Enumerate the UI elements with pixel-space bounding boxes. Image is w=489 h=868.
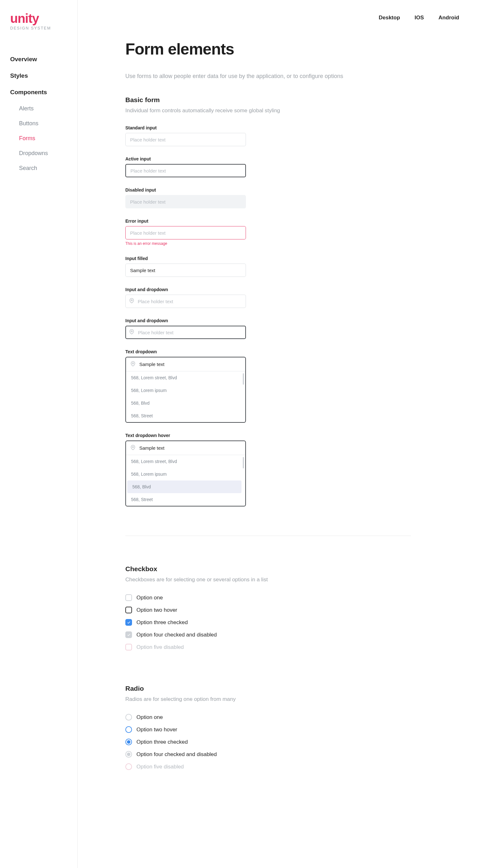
nav-styles[interactable]: Styles bbox=[10, 72, 67, 79]
svg-point-2 bbox=[132, 363, 134, 364]
svg-point-0 bbox=[131, 300, 132, 301]
radio-disabled bbox=[125, 763, 132, 770]
tab-desktop[interactable]: Desktop bbox=[379, 14, 400, 21]
dropdown-item[interactable]: 568, Street bbox=[126, 409, 243, 422]
checkbox-desc: Checkboxes are for selecting one or seve… bbox=[125, 577, 367, 583]
checkbox-checked[interactable] bbox=[125, 619, 132, 626]
radio-desc: Radios are for selecting one option from… bbox=[125, 696, 367, 703]
nav-components[interactable]: Components bbox=[10, 89, 67, 96]
checkbox-label: Option one bbox=[137, 595, 163, 601]
basic-form-desc: Individual form controls automatically r… bbox=[125, 107, 367, 114]
text-dropdown-hover-value: Sample text bbox=[139, 445, 164, 451]
checkbox-label: Option three checked bbox=[137, 619, 188, 626]
section-divider bbox=[125, 536, 411, 536]
logo: unity DESIGN SYSTEM bbox=[10, 12, 67, 30]
input-dropdown-1[interactable] bbox=[125, 294, 246, 308]
error-input[interactable] bbox=[125, 226, 246, 240]
radio-label: Option five disabled bbox=[137, 764, 184, 770]
location-pin-icon bbox=[129, 329, 134, 336]
dropdown-item[interactable]: 568, Lorem street, Blvd bbox=[126, 455, 243, 468]
checkbox-label: Option two hover bbox=[137, 607, 177, 613]
tab-android[interactable]: Android bbox=[438, 14, 459, 21]
disabled-input bbox=[125, 195, 246, 208]
scrollbar-thumb[interactable] bbox=[243, 457, 244, 468]
disabled-input-label: Disabled input bbox=[125, 187, 246, 192]
dropdown-item[interactable]: 568, Blvd bbox=[126, 397, 243, 409]
filled-input[interactable] bbox=[125, 264, 246, 277]
tab-ios[interactable]: IOS bbox=[415, 14, 424, 21]
location-pin-icon bbox=[131, 445, 136, 451]
radio-unchecked[interactable] bbox=[125, 714, 132, 720]
radio-label: Option two hover bbox=[137, 726, 177, 733]
radio-label: Option one bbox=[137, 714, 163, 720]
subnav-alerts[interactable]: Alerts bbox=[19, 105, 67, 112]
text-dropdown-value: Sample text bbox=[139, 362, 164, 367]
location-pin-icon bbox=[129, 298, 134, 305]
main: Desktop IOS Android Form elements Use fo… bbox=[78, 0, 489, 868]
scrollbar-thumb[interactable] bbox=[243, 373, 244, 385]
sidebar: unity DESIGN SYSTEM Overview Styles Comp… bbox=[0, 0, 78, 868]
subnav-dropdowns[interactable]: Dropdowns bbox=[19, 150, 67, 157]
dropdown-item[interactable]: 568, Street bbox=[126, 493, 243, 506]
checkbox-label: Option five disabled bbox=[137, 644, 184, 650]
text-dropdown[interactable]: Sample text 568, Lorem street, Blvd 568,… bbox=[125, 357, 246, 423]
text-dropdown-hover-label: Text dropdown hover bbox=[125, 433, 246, 438]
text-dropdown-label: Text dropdown bbox=[125, 349, 246, 354]
page-title: Form elements bbox=[125, 40, 367, 58]
nav-overview[interactable]: Overview bbox=[10, 56, 67, 63]
subnav: Alerts Buttons Forms Dropdowns Search bbox=[19, 105, 67, 172]
input-dropdown-2-label: Input and dropdown bbox=[125, 318, 246, 323]
checkbox-checked-disabled bbox=[125, 631, 132, 638]
location-pin-icon bbox=[131, 361, 136, 367]
radio-title: Radio bbox=[125, 685, 367, 692]
checkbox-label: Option four checked and disabled bbox=[137, 632, 217, 638]
logo-subtitle: DESIGN SYSTEM bbox=[10, 26, 67, 30]
checkbox-title: Checkbox bbox=[125, 565, 367, 573]
text-dropdown-hover[interactable]: Sample text 568, Lorem street, Blvd 568,… bbox=[125, 440, 246, 506]
svg-point-1 bbox=[131, 331, 132, 332]
dropdown-item[interactable]: 568, Lorem ipsum bbox=[126, 468, 243, 480]
dropdown-item[interactable]: 568, Lorem ipsum bbox=[126, 384, 243, 397]
standard-input[interactable] bbox=[125, 133, 246, 146]
active-input-label: Active input bbox=[125, 156, 246, 161]
radio-label: Option four checked and disabled bbox=[137, 751, 217, 757]
logo-title: unity bbox=[10, 12, 67, 25]
subnav-forms[interactable]: Forms bbox=[19, 135, 67, 142]
radio-label: Option three checked bbox=[137, 739, 188, 745]
dropdown-item[interactable]: 568, Lorem street, Blvd bbox=[126, 371, 243, 384]
active-input[interactable] bbox=[125, 164, 246, 177]
error-input-label: Error input bbox=[125, 218, 246, 224]
radio-checked[interactable] bbox=[125, 739, 132, 745]
subnav-buttons[interactable]: Buttons bbox=[19, 120, 67, 127]
subnav-search[interactable]: Search bbox=[19, 165, 67, 172]
radio-hover[interactable] bbox=[125, 726, 132, 733]
page-desc: Use forms to allow people enter data for… bbox=[125, 73, 367, 80]
checkbox-hover[interactable] bbox=[125, 607, 132, 613]
radio-checked-disabled bbox=[125, 751, 132, 757]
input-dropdown-2[interactable] bbox=[125, 326, 246, 339]
input-dropdown-1-label: Input and dropdown bbox=[125, 287, 246, 292]
svg-point-3 bbox=[132, 446, 134, 448]
error-message: This is an error message bbox=[125, 241, 246, 246]
basic-form-title: Basic form bbox=[125, 96, 367, 104]
standard-input-label: Standard input bbox=[125, 125, 246, 130]
dropdown-item[interactable]: 568, Blvd bbox=[127, 480, 241, 493]
platform-tabs: Desktop IOS Android bbox=[100, 0, 467, 21]
filled-input-label: Input filled bbox=[125, 256, 246, 261]
checkbox-unchecked[interactable] bbox=[125, 594, 132, 601]
checkbox-disabled bbox=[125, 644, 132, 650]
